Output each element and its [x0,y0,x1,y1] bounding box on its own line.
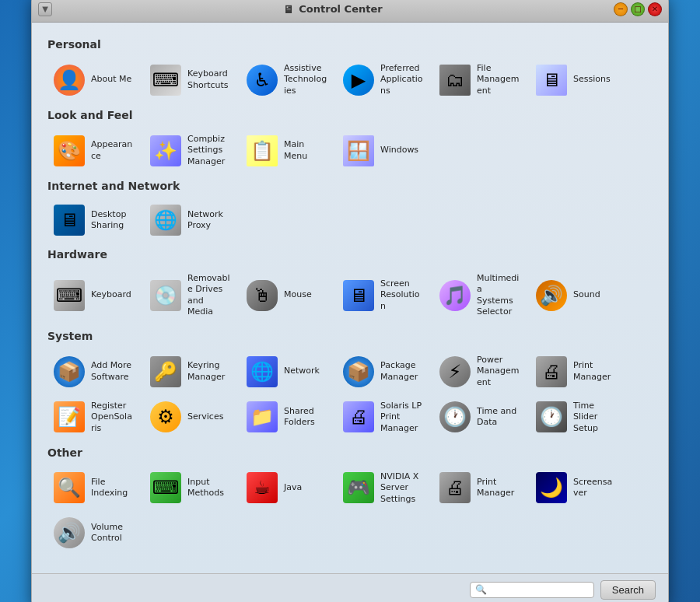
label-preferred-applications: Preferred Applications [380,63,424,96]
icon-windows: 🪟 [343,135,374,166]
icon-power-management: ⚡ [439,356,471,387]
minimize-button[interactable]: ─ [614,2,628,16]
titlebar-app-icon: 🖥 [283,3,294,16]
item-mouse[interactable]: 🖱Mouse [240,268,334,322]
icon-shared-folders: 📁 [247,401,278,432]
content-area: Personal👤About Me⌨Keyboard Shortcuts♿Ass… [32,23,668,573]
icon-solaris-lp-print-manager: 🖨 [343,401,374,432]
item-print-manager[interactable]: 🖨Print Manager [530,350,623,393]
icon-mouse: 🖱 [247,280,278,311]
icon-file-indexing: 🔍 [54,472,85,503]
section-items-look-and-feel: 🎨Appearance✨Compbiz Settings Manager📋Mai… [47,129,653,172]
titlebar-menu-button[interactable]: ▼ [38,2,52,16]
icon-removable-drives-and-media: 💿 [150,280,181,311]
icon-network-proxy: 🌐 [150,205,181,236]
item-appearance[interactable]: 🎨Appearance [47,129,141,172]
label-appearance: Appearance [91,139,135,162]
item-sessions[interactable]: 🖥Sessions [530,58,623,101]
section-title-system: System [47,330,653,342]
item-desktop-sharing[interactable]: 🖥Desktop Sharing [47,200,141,240]
item-keyboard-shortcuts[interactable]: ⌨Keyboard Shortcuts [144,58,237,101]
icon-print-manager-2: 🖨 [439,472,471,503]
item-nvidia-x-server-settings[interactable]: 🎮NVIDIA X Server Settings [337,467,430,509]
item-compbiz-settings-manager[interactable]: ✨Compbiz Settings Manager [144,129,237,172]
item-package-manager[interactable]: 📦Package Manager [337,350,430,393]
label-main-menu: Main Menu [284,139,327,162]
maximize-button[interactable]: □ [631,2,645,16]
icon-compbiz-settings-manager: ✨ [150,135,181,166]
item-volume-control[interactable]: 🔊Volume Control [47,513,141,553]
main-window: ▼ 🖥 Control Center ─ □ ✕ Personal👤About … [31,0,669,602]
label-sound: Sound [573,289,600,300]
label-time-slider-setup: Time Slider Setup [573,401,617,434]
icon-network: 🌐 [247,356,278,387]
item-time-and-data[interactable]: 🕐Time and Data [433,396,527,439]
item-register-opensolaris[interactable]: 📝Register OpenSolaris [47,396,141,439]
search-input[interactable] [490,584,591,596]
item-multimedia-systems-selector[interactable]: 🎵Multimedia Systems Selector [433,268,527,322]
section-title-other: Other [47,446,653,459]
label-windows: Windows [380,145,418,156]
item-keyring-manager[interactable]: 🔑Keyring Manager [144,350,237,393]
item-shared-folders[interactable]: 📁Shared Folders [240,396,334,439]
item-about-me[interactable]: 👤About Me [47,58,141,101]
icon-keyboard-shortcuts: ⌨ [150,65,181,96]
label-desktop-sharing: Desktop Sharing [91,209,135,232]
icon-screensaver: 🌙 [536,472,567,503]
label-screensaver: Screensaver [573,477,617,499]
section-title-internet-and-network: Internet and Network [47,180,653,192]
item-file-management[interactable]: 🗂File Management [433,58,527,101]
item-assistive-technologies[interactable]: ♿Assistive Technologies [240,58,334,101]
label-shared-folders: Shared Folders [284,406,327,429]
item-screen-resolution[interactable]: 🖥Screen Resolution [337,268,430,322]
item-java[interactable]: ☕Java [240,467,334,509]
icon-package-manager: 📦 [343,356,374,387]
item-preferred-applications[interactable]: ▶Preferred Applications [337,58,430,101]
label-print-manager: Print Manager [573,360,617,383]
titlebar-left: ▼ [38,2,52,16]
item-services[interactable]: ⚙Services [144,396,237,439]
label-time-and-data: Time and Data [477,406,520,429]
item-keyboard[interactable]: ⌨Keyboard [47,268,141,322]
icon-volume-control: 🔊 [54,517,85,548]
item-screensaver[interactable]: 🌙Screensaver [530,467,623,509]
item-print-manager-2[interactable]: 🖨Print Manager [433,467,527,509]
label-screen-resolution: Screen Resolution [380,278,424,312]
item-solaris-lp-print-manager[interactable]: 🖨Solaris LP Print Manager [337,396,430,439]
section-items-system: 📦Add More Software🔑Keyring Manager🌐Netwo… [47,350,653,439]
titlebar-title-text: Control Center [299,3,382,15]
item-add-more-software[interactable]: 📦Add More Software [47,350,141,393]
label-mouse: Mouse [284,289,312,300]
icon-time-slider-setup: 🕐 [536,401,567,432]
item-power-management[interactable]: ⚡Power Management [433,350,527,393]
label-about-me: About Me [91,74,131,85]
icon-screen-resolution: 🖥 [343,280,374,311]
label-print-manager-2: Print Manager [477,477,520,499]
item-network-proxy[interactable]: 🌐Network Proxy [144,200,237,240]
icon-multimedia-systems-selector: 🎵 [439,280,471,311]
section-title-hardware: Hardware [47,248,653,261]
section-title-look-and-feel: Look and Feel [47,109,653,121]
section-title-personal: Personal [47,38,653,51]
item-network[interactable]: 🌐Network [240,350,334,393]
label-volume-control: Volume Control [91,522,135,544]
label-solaris-lp-print-manager: Solaris LP Print Manager [380,401,424,434]
label-compbiz-settings-manager: Compbiz Settings Manager [187,134,231,167]
label-power-management: Power Management [477,355,520,388]
item-file-indexing[interactable]: 🔍File Indexing [47,467,141,509]
section-items-internet-and-network: 🖥Desktop Sharing🌐Network Proxy [47,200,653,240]
section-items-hardware: ⌨Keyboard💿Removable Drives and Media🖱Mou… [47,268,653,322]
item-main-menu[interactable]: 📋Main Menu [240,129,334,172]
close-button[interactable]: ✕ [648,2,662,16]
item-windows[interactable]: 🪟Windows [337,129,430,172]
item-time-slider-setup[interactable]: 🕐Time Slider Setup [530,396,623,439]
item-sound[interactable]: 🔊Sound [530,268,623,322]
icon-input-methods: ⌨ [150,472,181,503]
icon-keyring-manager: 🔑 [150,356,181,387]
label-add-more-software: Add More Software [91,360,135,383]
icon-java: ☕ [247,472,278,503]
search-input-wrap[interactable]: 🔍 [470,582,594,598]
item-removable-drives-and-media[interactable]: 💿Removable Drives and Media [144,268,237,322]
item-input-methods[interactable]: ⌨Input Methods [144,467,237,509]
search-button[interactable]: Search [600,580,656,600]
